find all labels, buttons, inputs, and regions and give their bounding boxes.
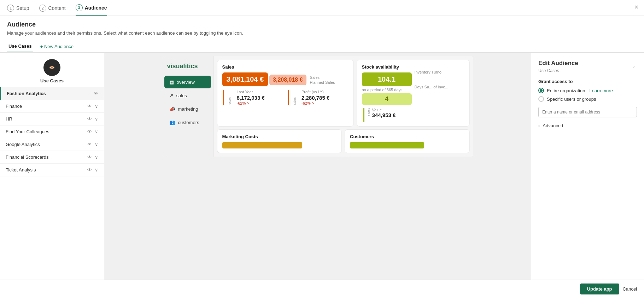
update-app-button[interactable]: Update app: [580, 284, 619, 294]
tab-new-audience[interactable]: + New Audience: [40, 44, 74, 49]
viz-nav-customers[interactable]: 👥 customers: [164, 116, 211, 129]
step-num-2: 2: [39, 5, 46, 12]
kpi-row-bottom: Sales Last Year 8,172,033 € -62% ↘: [222, 90, 349, 105]
overview-icon: ▦: [169, 79, 174, 85]
page-subtitle: Manage your audiences and their permissi…: [7, 30, 637, 36]
svg-point-1: [51, 66, 53, 69]
viz-logo: visualitics: [162, 60, 213, 75]
marketing-bar: [222, 142, 302, 148]
tab-use-cases[interactable]: Use Cases: [7, 41, 33, 52]
wizard-step-setup[interactable]: 1 Setup: [7, 5, 29, 15]
stock-days-value: 4: [362, 93, 412, 105]
wizard-bar: 1 Setup 2 Content 3 Audience ×: [0, 0, 644, 16]
stock-right: Inventory Turno... Days Sa... of Inve...: [415, 64, 464, 122]
eye-icon-hr[interactable]: 👁: [87, 116, 92, 122]
radio-dot: [540, 89, 543, 92]
eye-icon-google[interactable]: 👁: [87, 142, 92, 147]
sales-label: Sales: [310, 75, 335, 80]
marketing-icon: 📣: [169, 106, 175, 112]
eye-icon-colleagues[interactable]: 👁: [87, 129, 92, 134]
marketing-card-title: Marketing Costs: [222, 134, 337, 139]
marketing-card: Marketing Costs: [217, 129, 342, 153]
wizard-step-audience[interactable]: 3 Audience: [76, 4, 107, 16]
step-label-content: Content: [48, 5, 66, 11]
step-label-setup: Setup: [16, 5, 29, 11]
radio-specific-users[interactable]: Specific users or groups: [538, 96, 637, 102]
sales-icon: ↗: [169, 93, 174, 98]
footer: Update app Cancel: [0, 280, 644, 298]
tabs-row: Use Cases + New Audience: [0, 41, 644, 53]
stock-period: on a period of 365 days: [362, 88, 412, 92]
advanced-row[interactable]: › Advanced: [538, 122, 637, 130]
days-label: Days Sa... of Inve...: [415, 85, 464, 89]
stock-card-inner: Stock availability 104.1 on a period of …: [362, 64, 464, 122]
kpi-row: Sales 3,081,104 € 3,208,018 € Sales Plan…: [217, 60, 470, 127]
profit-vertical-label: Sales: [293, 90, 297, 105]
inventory-label: Inventory Turno...: [415, 70, 464, 74]
sales-card: Sales 3,081,104 € 3,208,018 € Sales Plan…: [217, 60, 354, 127]
customers-icon: 👥: [169, 119, 175, 125]
planned-sales-label: Planned Sales: [310, 80, 335, 84]
chevron-icon-colleagues: ∨: [95, 129, 98, 134]
eye-icon-fashion[interactable]: 👁: [94, 91, 98, 96]
email-input[interactable]: [538, 107, 637, 117]
sidebar-item-fashion-analytics[interactable]: Fashion Analytics 👁: [0, 87, 104, 100]
chevron-right-icon: ›: [538, 123, 540, 128]
radio-specific-circle[interactable]: [538, 96, 544, 102]
last-year-change: -62% ↘: [237, 101, 284, 105]
sidebar-item-financial-scorecards[interactable]: Financial Scorecards 👁 ∨: [0, 151, 104, 164]
left-sidebar: Use Cases Fashion Analytics 👁 Finance 👁 …: [0, 53, 104, 298]
cancel-button[interactable]: Cancel: [623, 286, 637, 292]
grant-access-label: Grant access to: [538, 79, 637, 84]
eye-icon-ticket[interactable]: 👁: [87, 167, 92, 173]
sales-card-title: Sales: [222, 64, 349, 70]
profit-change: -62% ↘: [301, 101, 349, 105]
sales-divider: [223, 90, 224, 105]
viz-content: Sales 3,081,104 € 3,208,018 € Sales Plan…: [213, 56, 473, 157]
stock-card: Stock availability 104.1 on a period of …: [357, 60, 470, 127]
radio-entire-org-circle[interactable]: [538, 88, 544, 93]
viz-nav-sales[interactable]: ↗ sales: [164, 89, 211, 102]
page-title: Audience: [7, 21, 637, 28]
sidebar-item-hr[interactable]: HR 👁 ∨: [0, 113, 104, 125]
right-panel-header: Edit Audience Use Cases ›: [538, 60, 637, 73]
radio-specific-label: Specific users or groups: [547, 97, 596, 102]
step-num-1: 1: [7, 5, 14, 12]
viz-sidebar: visualitics ▦ overview ↗ sales 📣 marketi…: [162, 56, 213, 157]
advanced-label: Advanced: [543, 123, 563, 128]
last-year-mini: Last Year 8,172,033 € -62% ↘: [237, 90, 284, 105]
stock-vertical-label: Stock: [367, 108, 371, 116]
stock-big-value: 104.1: [362, 72, 412, 86]
learn-more-link[interactable]: Learn more: [589, 88, 613, 93]
profit-divider: [288, 90, 289, 105]
sidebar-item-finance[interactable]: Finance 👁 ∨: [0, 100, 104, 113]
sidebar-item-ticket-analysis[interactable]: Ticket Analysis 👁 ∨: [0, 164, 104, 176]
bottom-row: Marketing Costs Customers: [217, 129, 470, 153]
stock-vert-divider: [363, 108, 364, 122]
sidebar-logo-area: Use Cases: [0, 53, 104, 87]
chevron-icon-ticket: ∨: [95, 167, 98, 173]
main-layout: Use Cases Fashion Analytics 👁 Finance 👁 …: [0, 53, 644, 298]
page-header: Audience Manage your audiences and their…: [0, 16, 644, 36]
close-button[interactable]: ×: [634, 4, 638, 11]
sidebar-item-find-colleagues[interactable]: Find Your Colleagues 👁 ∨: [0, 125, 104, 138]
edit-audience-title: Edit Audience: [538, 60, 637, 67]
viz-nav-overview[interactable]: ▦ overview: [164, 76, 211, 88]
viz-nav-marketing[interactable]: 📣 marketing: [164, 103, 211, 115]
customers-card-title: Customers: [350, 134, 464, 139]
stock-left: Stock availability 104.1 on a period of …: [362, 64, 412, 122]
edit-audience-subtitle: Use Cases: [538, 68, 637, 73]
chevron-icon-google: ∨: [95, 142, 98, 147]
expand-arrow-icon[interactable]: ›: [633, 64, 635, 69]
dashboard-card: visualitics ▦ overview ↗ sales 📣 marketi…: [162, 56, 473, 157]
sidebar-item-google-analytics[interactable]: Google Analytics 👁 ∨: [0, 138, 104, 151]
sales-vertical-label: Sales: [228, 90, 232, 105]
wizard-step-content[interactable]: 2 Content: [39, 5, 66, 15]
radio-entire-org[interactable]: Entire organization Learn more: [538, 88, 637, 93]
down-arrow-icon: ↘: [246, 101, 250, 105]
sidebar-logo: [43, 59, 60, 76]
sidebar-brand-label: Use Cases: [40, 78, 64, 83]
eye-icon-finance[interactable]: 👁: [87, 104, 92, 109]
profit-mini: Profit (vs LY) 2,280,785 € -62% ↘: [301, 90, 349, 105]
eye-icon-financial[interactable]: 👁: [87, 154, 92, 160]
